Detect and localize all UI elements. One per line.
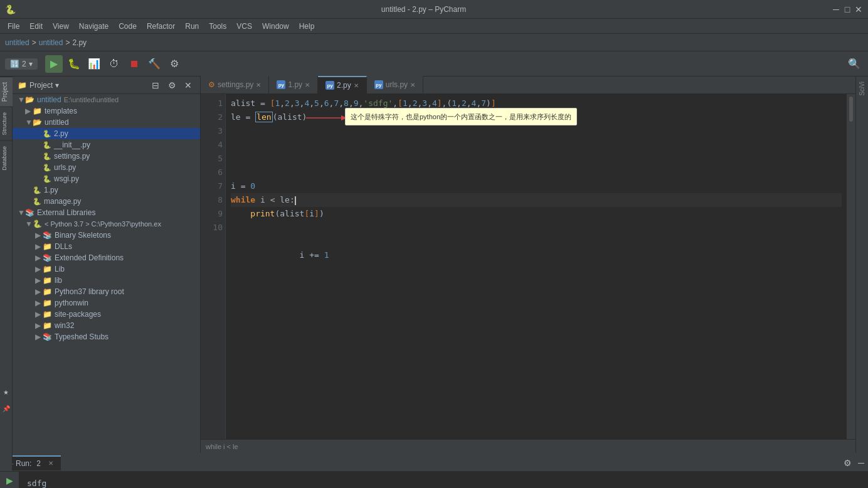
- collapse-all-button[interactable]: ⊟: [149, 78, 162, 92]
- dlls-arrow: ▶: [35, 242, 43, 251]
- run-tab-name: 2: [36, 459, 41, 468]
- counter-dropdown[interactable]: ▾: [29, 60, 33, 68]
- close-button[interactable]: ✕: [854, 5, 863, 14]
- tree-pythonwin[interactable]: ▶ 📁 pythonwin: [13, 297, 200, 309]
- run-with-coverage[interactable]: 📊: [85, 55, 103, 73]
- bottom-settings-button[interactable]: ⚙: [840, 456, 854, 470]
- code-content[interactable]: alist = [1,2,3,4,5,6,7,8,9,'sdfg',[1,2,3…: [226, 94, 847, 439]
- tab-1py-label: 1.py: [288, 80, 302, 89]
- project-sidebar: 📁 Project ▾ ⊟ ⚙ ✕ ▼ 📂 untitled E:\untitl…: [13, 77, 201, 453]
- run-again-button[interactable]: ▶: [3, 474, 16, 486]
- tree-python37-root[interactable]: ▶ 📁 Python37 library root: [13, 286, 200, 297]
- tree-urls-py[interactable]: 🐍 urls.py: [13, 162, 200, 173]
- settings-sidebar-button[interactable]: ⚙: [165, 78, 179, 92]
- code-line-2: le = len(alist) 这个是特殊字符，也是python的一个内置函数之…: [231, 110, 842, 179]
- tree-lib-cap[interactable]: ▶ 📁 Lib: [13, 263, 200, 275]
- tab-urls-close[interactable]: ✕: [410, 82, 415, 88]
- breadcrumb-item-untitled[interactable]: untitled: [5, 38, 29, 47]
- code-line-6: ⊖ i += 1: [231, 221, 842, 262]
- tree-extended-defs[interactable]: ▶ 📚 Extended Definitions: [13, 252, 200, 263]
- ext-defs-icon: 📚: [43, 253, 52, 262]
- breadcrumb-item-untitled2[interactable]: untitled: [39, 38, 63, 47]
- settings-toolbar-button[interactable]: ⚙: [166, 55, 183, 73]
- tree-init-py[interactable]: 🐍 __init__.py: [13, 139, 200, 151]
- tree-dlls[interactable]: ▶ 📁 DLLs: [13, 241, 200, 252]
- minimize-button[interactable]: ─: [832, 5, 840, 14]
- toolbar: 🔢 2 ▾ ▶ 🐛 📊 ⏱ ⏹ 🔨 ⚙ 🔍: [0, 51, 868, 77]
- tab-1py-close[interactable]: ✕: [305, 82, 310, 88]
- code-line-10: [231, 304, 842, 317]
- search-toolbar-button[interactable]: 🔍: [845, 55, 863, 73]
- tree-site-packages[interactable]: ▶ 📁 site-packages: [13, 309, 200, 320]
- tree-2py[interactable]: 🐍 2.py: [13, 128, 200, 139]
- tab-urls-py[interactable]: py urls.py ✕: [367, 76, 423, 93]
- scivi-tab[interactable]: SciVi: [857, 77, 867, 101]
- tree-python37[interactable]: ▼ 🐍 < Python 3.7 > C:\Python37\python.ex: [13, 218, 200, 230]
- code-line-4: while i < le:: [231, 193, 842, 207]
- tree-typeshed[interactable]: ▶ 📚 Typeshed Stubs: [13, 331, 200, 342]
- bottom-toolbar: ▶ ↺ ⏹ ↓ ⏎ 📌 🖨 🗑: [0, 472, 19, 488]
- editor-container: ⚙ settings.py ✕ py 1.py ✕ py 2.py ✕ py u…: [201, 77, 855, 453]
- database-tab[interactable]: Database: [0, 141, 13, 176]
- tree-ext-libs[interactable]: ▼ 📚 External Libraries: [13, 207, 200, 218]
- profile-button[interactable]: ⏱: [105, 55, 123, 73]
- 1py-icon: 🐍: [33, 186, 41, 194]
- templates-folder-icon: 📁: [33, 107, 42, 115]
- run-counter[interactable]: 🔢 2 ▾: [5, 58, 38, 70]
- wsgi-label: wsgi.py: [54, 174, 79, 183]
- project-dropdown[interactable]: ▾: [55, 81, 59, 90]
- stop-button[interactable]: ⏹: [125, 55, 143, 73]
- tree-untitled-folder[interactable]: ▼ 📂 untitled: [13, 117, 200, 128]
- tree-root[interactable]: ▼ 📂 untitled E:\untitled\untitled: [13, 94, 200, 105]
- tree-win32[interactable]: ▶ 📁 win32: [13, 320, 200, 331]
- bottom-panel: ▶ Run: 2 ✕ ⚙ ─ ▶ ↺ ⏹ ↓ ⏎ 📌 🖨 🗑 sdfg [1, …: [0, 453, 868, 488]
- run-tab-close[interactable]: ✕: [48, 460, 53, 467]
- tab-2py[interactable]: py 2.py ✕: [318, 76, 367, 93]
- menu-refactor[interactable]: Refactor: [142, 21, 180, 32]
- structure-tab[interactable]: Structure: [0, 107, 13, 141]
- tooltip-arrow-svg: [306, 112, 350, 124]
- close-sidebar-button[interactable]: ✕: [181, 78, 195, 92]
- tree-wsgi-py[interactable]: 🐍 wsgi.py: [13, 173, 200, 184]
- menu-run[interactable]: Run: [180, 21, 204, 32]
- project-tab[interactable]: Project: [0, 77, 13, 107]
- 1py-label: 1.py: [44, 186, 58, 194]
- menu-vcs[interactable]: VCS: [231, 21, 257, 32]
- main-area: Project Structure Database 📁 Project ▾ ⊟…: [0, 77, 868, 453]
- editor-scrollbar[interactable]: [847, 94, 855, 439]
- menu-navigate[interactable]: Navigate: [74, 21, 114, 32]
- typeshed-arrow: ▶: [35, 332, 43, 341]
- debug-button[interactable]: 🐛: [65, 55, 83, 73]
- menu-help[interactable]: Help: [294, 21, 320, 32]
- bottom-close-button[interactable]: ─: [854, 456, 868, 470]
- tree-lib[interactable]: ▶ 📁 lib: [13, 275, 200, 286]
- site-pkgs-label: site-packages: [55, 310, 101, 319]
- tab-settings-py[interactable]: ⚙ settings.py ✕: [201, 76, 269, 93]
- menu-tools[interactable]: Tools: [204, 21, 231, 32]
- menu-view[interactable]: View: [48, 21, 74, 32]
- menu-edit[interactable]: Edit: [24, 21, 48, 32]
- tab-settings-close[interactable]: ✕: [256, 82, 261, 88]
- tab-2py-close[interactable]: ✕: [354, 82, 359, 89]
- tree-1py[interactable]: 🐍 1.py: [13, 184, 200, 196]
- tree-binary-skeletons[interactable]: ▶ 📚 Binary Skeletons: [13, 230, 200, 241]
- tree-manage-py[interactable]: 🐍 manage.py: [13, 196, 200, 207]
- untitled-folder-arrow: ▼: [25, 118, 33, 127]
- tree-templates[interactable]: ▶ 📁 templates: [13, 105, 200, 117]
- tab-1py[interactable]: py 1.py ✕: [269, 76, 318, 93]
- build-button[interactable]: 🔨: [146, 55, 163, 73]
- 2py-icon: 🐍: [43, 130, 51, 138]
- run-tab-label: Run:: [16, 459, 31, 468]
- typeshed-icon: 📚: [43, 332, 52, 341]
- menu-code[interactable]: Code: [114, 21, 142, 32]
- maximize-button[interactable]: □: [843, 5, 852, 14]
- code-editor[interactable]: 1 2 3 4 5 6 7 8 9 10 alist = [1,2,3,4,5,…: [201, 94, 855, 439]
- favorites-pin[interactable]: 📌: [0, 401, 13, 415]
- tree-settings-py[interactable]: 🐍 settings.py: [13, 151, 200, 162]
- breadcrumb-item-2py[interactable]: 2.py: [72, 38, 87, 47]
- favorites-add[interactable]: ★: [0, 385, 13, 399]
- menu-file[interactable]: File: [3, 21, 24, 32]
- menu-window[interactable]: Window: [257, 21, 294, 32]
- pythonwin-label: pythonwin: [55, 299, 88, 307]
- run-button[interactable]: ▶: [45, 55, 63, 73]
